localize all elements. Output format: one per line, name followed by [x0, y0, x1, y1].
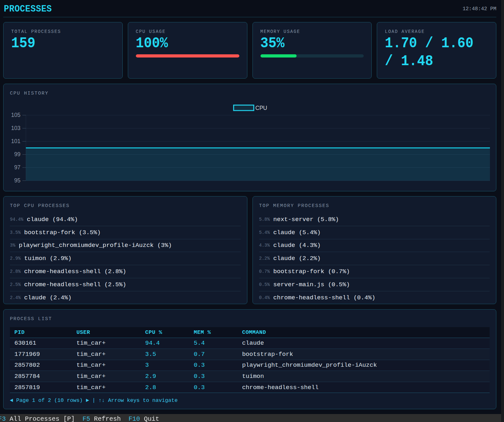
svg-text:97: 97 — [14, 164, 20, 171]
svg-text:95: 95 — [14, 177, 20, 184]
svg-text:99: 99 — [14, 151, 20, 157]
svg-text:105: 105 — [11, 112, 20, 118]
svg-text:101: 101 — [11, 138, 20, 144]
svg-text:103: 103 — [11, 125, 20, 131]
svg-text:CPU: CPU — [255, 105, 267, 111]
